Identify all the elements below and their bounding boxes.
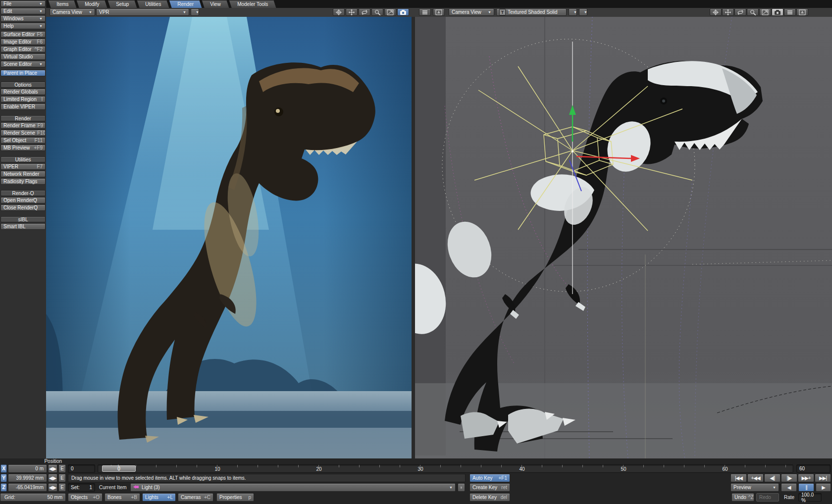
render-frame-button[interactable]: Render FrameF9	[0, 122, 46, 129]
open-renderq-button[interactable]: Open RenderQ	[0, 197, 46, 203]
previous-key-button[interactable]: +◀◀	[747, 474, 764, 482]
bones-mode-button[interactable]: Bones+B	[104, 493, 140, 502]
play-reverse-button[interactable]: ◀	[781, 483, 797, 492]
current-item-dropdown[interactable]: Light (3) ▼	[130, 483, 456, 492]
virtual-studio-button[interactable]: Virtual Studio	[0, 53, 46, 60]
viewport-left-vpr[interactable]	[46, 17, 412, 459]
zoom-tool-icon[interactable]	[371, 8, 383, 16]
position-z-value[interactable]: -65.0419mm	[8, 483, 47, 492]
item-list-button[interactable]	[458, 483, 465, 492]
position-y-value[interactable]: 39.9992 mm	[8, 474, 47, 482]
axis-y-button[interactable]: Y	[0, 474, 7, 482]
status-message: Drag mouse in view to move selected item…	[68, 474, 466, 482]
smart-ibl-button[interactable]: Smart IBL	[0, 223, 46, 230]
create-key-button[interactable]: Create Keyret	[469, 483, 510, 492]
maximize-viewport-icon[interactable]	[433, 8, 445, 16]
tab-items[interactable]: Items	[48, 0, 77, 8]
y-envelope-button[interactable]: E	[58, 474, 66, 482]
timeline-handle[interactable]: 0	[102, 465, 136, 472]
viper-button[interactable]: VIPERF7	[0, 163, 46, 170]
go-to-start-button[interactable]: |◀◀	[730, 474, 747, 482]
orbit-tool-icon[interactable]	[359, 8, 370, 16]
rotate-tool-icon[interactable]	[346, 8, 358, 16]
undo-button[interactable]: Undo^Z	[731, 493, 754, 502]
move-tool-icon[interactable]	[710, 8, 722, 16]
axis-z-button[interactable]: Z	[0, 483, 7, 492]
chevron-down-icon: ▼	[194, 10, 199, 14]
tab-render[interactable]: Render	[169, 0, 203, 8]
surface-editor-button[interactable]: Surface EditorF5	[0, 31, 46, 38]
chevron-down-icon: ▼	[771, 486, 776, 489]
lights-mode-button[interactable]: Lights+L	[142, 493, 176, 502]
left-view-type-dropdown[interactable]: Camera View▼	[50, 8, 95, 16]
pause-button[interactable]: ||	[798, 483, 814, 492]
objects-mode-button[interactable]: Objects+O	[68, 493, 103, 502]
graph-editor-button[interactable]: Graph Editor^F2	[0, 46, 46, 52]
properties-button[interactable]: Propertiesp	[216, 493, 254, 502]
limited-region-button[interactable]: Limited Regionl	[0, 96, 46, 102]
step-forward-button[interactable]: ||▶	[781, 474, 797, 482]
rate-field[interactable]: 100.0 %	[798, 493, 822, 502]
radiosity-flags-button[interactable]: Radiosity Flags	[0, 178, 46, 185]
right-viewport-menu-dropdown[interactable]: ▼	[579, 8, 587, 16]
preview-dropdown[interactable]: Preview▼	[730, 483, 779, 492]
tab-modeler-tools[interactable]: Modeler Tools	[228, 0, 276, 8]
lightwave-layout-window: Items Modify Setup Utilities Render View…	[0, 0, 832, 504]
left-render-mode-dropdown[interactable]: VPR▼	[96, 8, 189, 16]
right-view-type-dropdown[interactable]: Camera View▼	[449, 8, 494, 16]
move-tool-icon[interactable]	[333, 8, 345, 16]
mb-preview-button[interactable]: MB Preview+F9	[0, 145, 46, 151]
viewport-menu-icon[interactable]	[784, 8, 796, 16]
fit-view-icon[interactable]	[384, 8, 396, 16]
timeline-slider[interactable]: 10 20 30 40 50 60 ▲ 0	[98, 464, 793, 473]
zoom-tool-icon[interactable]	[747, 8, 759, 16]
camera-icon[interactable]	[772, 8, 783, 16]
y-spinner[interactable]: ◀▶	[48, 474, 57, 482]
play-forward-button[interactable]: ▶	[816, 483, 831, 492]
orbit-tool-icon[interactable]	[734, 8, 746, 16]
image-editor-button[interactable]: Image EditorF6	[0, 39, 46, 45]
tab-modify[interactable]: Modify	[76, 0, 108, 8]
cameras-mode-button[interactable]: Cameras+C	[178, 493, 213, 502]
fit-view-icon[interactable]	[759, 8, 771, 16]
redo-button[interactable]: Redo	[756, 493, 779, 502]
set-field[interactable]: Set:1	[68, 483, 95, 492]
tab-utilities[interactable]: Utilities	[136, 0, 169, 8]
enable-viper-button[interactable]: Enable VIPER	[0, 103, 46, 110]
menu-help[interactable]: Help▼	[0, 23, 46, 29]
left-viewport-menu-dropdown[interactable]: ▼	[191, 8, 199, 16]
render-globals-button[interactable]: Render Globals	[0, 89, 46, 95]
sel-object-button[interactable]: Sel ObjectF11	[0, 137, 46, 144]
right-render-mode-chevron[interactable]: ▼	[569, 8, 577, 16]
viewport-menu-icon[interactable]	[419, 8, 431, 16]
viewport-right-shaded[interactable]	[415, 17, 832, 459]
tab-view[interactable]: View	[201, 0, 229, 8]
network-render-button[interactable]: Network Render	[0, 171, 46, 177]
current-frame-field[interactable]: 0	[68, 464, 95, 473]
menu-file[interactable]: File▼	[0, 0, 46, 7]
maximize-viewport-icon[interactable]	[796, 8, 808, 16]
scene-editor-button[interactable]: Scene Editor▼	[0, 61, 46, 67]
go-to-end-button[interactable]: ▶▶|	[815, 474, 831, 482]
axis-x-button[interactable]: X	[0, 464, 7, 473]
tab-setup[interactable]: Setup	[107, 0, 137, 8]
parent-in-place-button[interactable]: Parent in Place	[0, 70, 46, 76]
viewport-splitter[interactable]	[412, 17, 415, 458]
render-scene-button[interactable]: Render SceneF10	[0, 130, 46, 136]
z-spinner[interactable]: ◀▶	[48, 483, 57, 492]
step-back-button[interactable]: ◀||	[764, 474, 780, 482]
end-frame-field[interactable]: 60	[796, 464, 831, 473]
z-envelope-button[interactable]: E	[58, 483, 66, 492]
close-renderq-button[interactable]: Close RenderQ	[0, 204, 46, 211]
right-render-mode-dropdown[interactable]: TTextured Shaded Solid	[496, 8, 567, 16]
rotate-tool-icon[interactable]	[722, 8, 734, 16]
menu-edit[interactable]: Edit▼	[0, 8, 46, 14]
menu-windows[interactable]: Windows▼	[0, 15, 46, 22]
x-envelope-button[interactable]: E	[58, 464, 66, 473]
auto-key-button[interactable]: Auto Key+F1	[469, 474, 510, 482]
next-key-button[interactable]: ▶▶+	[798, 474, 814, 482]
x-spinner[interactable]: ◀▶	[48, 464, 57, 473]
camera-icon[interactable]	[397, 8, 409, 16]
delete-key-button[interactable]: Delete Keydel	[469, 493, 510, 502]
position-x-value[interactable]: 0 m	[8, 464, 47, 473]
